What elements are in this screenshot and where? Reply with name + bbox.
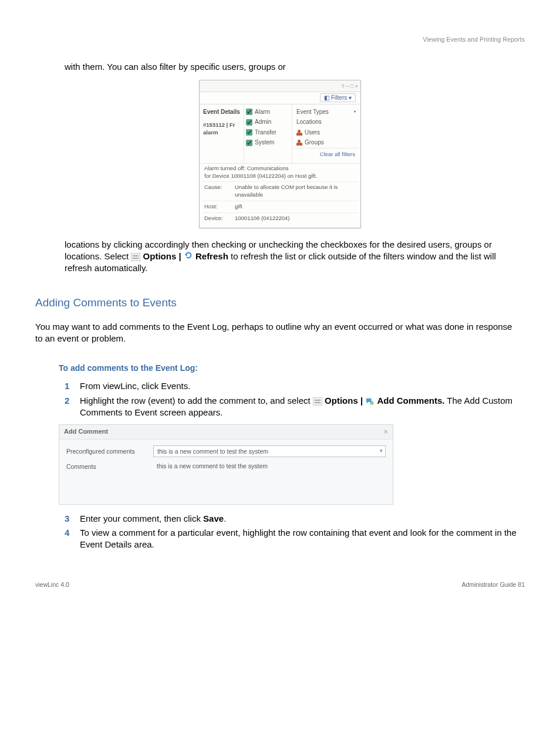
menuitem-users[interactable]: Users bbox=[294, 127, 359, 138]
section-intro-paragraph: You may want to add comments to the Even… bbox=[35, 321, 513, 345]
menuitem-locations[interactable]: Locations bbox=[294, 117, 359, 127]
save-button-label: Save bbox=[203, 513, 224, 523]
comments-textarea[interactable]: this is a new comment to test the system bbox=[153, 461, 386, 495]
step-number-1: 1 bbox=[65, 380, 80, 392]
checkbox-alarm-label: Alarm bbox=[255, 108, 270, 116]
menuitem-event-types[interactable]: Event Types bbox=[294, 107, 359, 117]
refresh-icon bbox=[184, 251, 193, 259]
dialog-title: Add Comment bbox=[64, 427, 108, 436]
comments-label: Comments bbox=[66, 461, 149, 471]
table-row: Cause: Unable to allocate COM port becau… bbox=[202, 181, 358, 201]
event-desc-line2: for Device 10001108 (04122204) on Host g… bbox=[204, 173, 317, 179]
section-heading-adding-comments: Adding Comments to Events bbox=[35, 295, 525, 310]
step-number-2: 2 bbox=[65, 395, 80, 407]
intro-text: with them. You can also filter by specif… bbox=[65, 62, 286, 72]
filter-category-menu: Event Types Locations Users Groups Clear… bbox=[292, 104, 360, 163]
row-value-cause: Unable to allocate COM port because it i… bbox=[235, 184, 356, 199]
intro-fragment: with them. You can also filter by specif… bbox=[65, 61, 525, 73]
table-row: Device: 10001108 (04122204) bbox=[202, 212, 358, 224]
preconfigured-comments-select[interactable]: this is a new comment to test the system bbox=[153, 445, 386, 457]
add-comment-dialog: Add Comment × Preconfigured comments thi… bbox=[59, 424, 393, 505]
event-detail-table: Cause: Unable to allocate COM port becau… bbox=[200, 181, 360, 227]
checkbox-alarm-box[interactable] bbox=[246, 109, 252, 115]
footer-page: Administrator Guide 81 bbox=[462, 580, 525, 589]
step-3-text: Enter your comment, then click Save. bbox=[80, 513, 525, 525]
menuitem-groups[interactable]: Groups bbox=[294, 137, 359, 148]
preconfigured-comments-label: Preconfigured comments bbox=[66, 445, 149, 455]
group-icon bbox=[296, 140, 302, 146]
step-number-4: 4 bbox=[65, 527, 80, 539]
row-label-host: Host: bbox=[204, 203, 230, 211]
menuitem-locations-label: Locations bbox=[296, 118, 322, 126]
checkbox-admin-box[interactable] bbox=[246, 119, 252, 126]
step-2-part-a: Highlight the row (event) to add the com… bbox=[80, 396, 311, 406]
add-comment-icon bbox=[365, 397, 375, 406]
menuitem-users-label: Users bbox=[305, 129, 320, 137]
options-label-text: Options | bbox=[143, 251, 184, 261]
user-icon bbox=[296, 130, 302, 136]
menuitem-groups-label: Groups bbox=[305, 138, 324, 147]
clear-all-filters-link[interactable]: Clear all filters bbox=[294, 148, 359, 161]
filters-button-label: Filters ▾ bbox=[331, 94, 352, 101]
step-2-addcomments-label: Add Comments. bbox=[377, 396, 444, 406]
step-2-text: Highlight the row (event) to add the com… bbox=[80, 395, 525, 419]
step-3-part-a: Enter your comment, then click bbox=[80, 513, 203, 523]
checkbox-transfer-box[interactable] bbox=[246, 129, 252, 136]
row-label-device: Device: bbox=[204, 215, 230, 222]
checkbox-alarm[interactable]: Alarm bbox=[246, 107, 290, 117]
filters-popup: ? – □ × ◧ Filters ▾ Event Details #15311… bbox=[199, 80, 361, 228]
event-alarm-word: alarm bbox=[203, 129, 218, 136]
checkbox-system-label: System bbox=[255, 138, 274, 147]
event-id-text: #153112 | Fr bbox=[203, 121, 235, 128]
table-row: Host: gift bbox=[202, 201, 358, 212]
options-icon bbox=[131, 253, 140, 261]
filters-dropdown-button[interactable]: ◧ Filters ▾ bbox=[200, 92, 360, 104]
menuitem-event-types-label: Event Types bbox=[296, 108, 329, 116]
options-icon bbox=[313, 397, 322, 406]
event-details-heading: Event Details bbox=[203, 108, 241, 116]
event-desc-line1: Alarm turned off: Communications bbox=[204, 165, 288, 171]
step-number-3: 3 bbox=[65, 513, 80, 525]
event-description: Alarm turned off: Communications for Dev… bbox=[200, 163, 360, 182]
event-id: #153112 | Fr alarm bbox=[203, 121, 241, 137]
post-filters-text-b: to refresh the list or click outside of … bbox=[65, 251, 496, 273]
window-titlebar-buttons[interactable]: ? – □ × bbox=[200, 80, 360, 92]
row-value-host: gift bbox=[235, 203, 356, 211]
step-1-text: From viewLinc, click Events. bbox=[80, 380, 525, 392]
post-filters-paragraph: locations by clicking accordingly then c… bbox=[65, 239, 519, 275]
page-header: Viewing Events and Printing Reports bbox=[35, 35, 525, 43]
event-type-checkbox-panel: Alarm Admin Transfer System bbox=[244, 104, 292, 163]
checkbox-system[interactable]: System bbox=[246, 137, 290, 148]
row-value-device: 10001108 (04122204) bbox=[235, 215, 356, 222]
checkbox-admin-label: Admin bbox=[255, 118, 271, 126]
close-icon[interactable]: × bbox=[383, 427, 388, 437]
procedure-subtitle: To add comments to the Event Log: bbox=[59, 363, 525, 374]
checkbox-transfer[interactable]: Transfer bbox=[246, 127, 290, 138]
checkbox-transfer-label: Transfer bbox=[255, 129, 276, 137]
refresh-label-text: Refresh bbox=[195, 251, 228, 261]
footer-product: viewLinc 4.0 bbox=[35, 580, 69, 589]
step-2-options-label: Options | bbox=[325, 396, 365, 406]
step-4-text: To view a comment for a particular event… bbox=[80, 527, 525, 551]
step-3-part-b: . bbox=[224, 513, 226, 523]
checkbox-system-box[interactable] bbox=[246, 140, 252, 146]
checkbox-admin[interactable]: Admin bbox=[246, 117, 290, 127]
row-label-cause: Cause: bbox=[204, 184, 230, 199]
